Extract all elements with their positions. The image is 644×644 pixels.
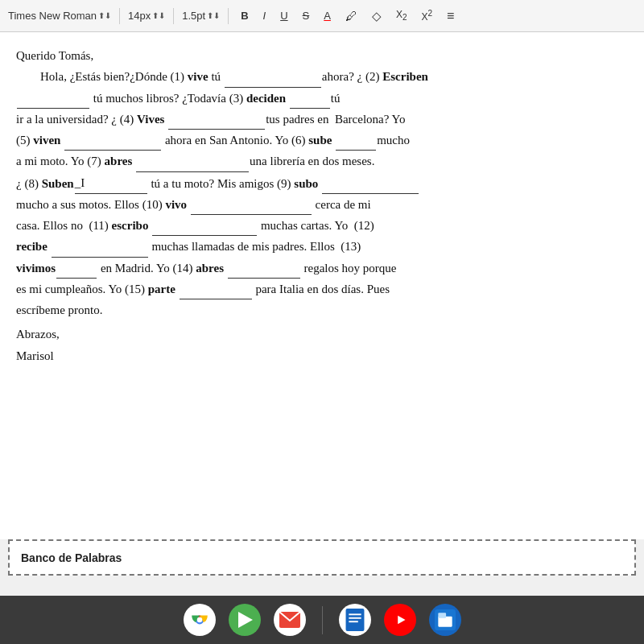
paragraph-10: vivimos en Madrid. Yo (14) abres regalos… — [16, 258, 628, 279]
svg-rect-6 — [349, 613, 361, 615]
word-6: sube — [308, 134, 332, 147]
taskbar-divider — [322, 606, 323, 634]
blank-8[interactable]: _I — [75, 172, 147, 194]
word-11: escribo — [112, 219, 149, 232]
svg-marker-2 — [238, 612, 253, 628]
letter-body: Querido Tomás, Hola, ¿Estás bien?¿Dónde … — [16, 45, 628, 366]
closing: Abrazos, — [16, 324, 628, 345]
paragraph-9: recibe muchas llamadas de mis padres. El… — [16, 236, 628, 257]
chrome-icon[interactable] — [184, 604, 216, 636]
word-1: vive — [188, 70, 208, 83]
word-9: subo — [294, 177, 318, 190]
paragraph-8: casa. Ellos no (11) escribo muchas carta… — [16, 215, 628, 236]
separator-3 — [228, 8, 229, 24]
word-4: Vives — [137, 113, 164, 126]
banco-de-palabras: Banco de Palabras — [8, 539, 636, 576]
paragraph-6: ¿ (8) Suben_I tú a tu moto? Mis amigos (… — [16, 172, 628, 194]
separator-2 — [173, 8, 174, 24]
word-10: vivo — [165, 198, 187, 211]
taskbar — [0, 596, 644, 644]
font-family-chevron-icon: ⬆⬇ — [98, 11, 111, 20]
paragraph-7: mucho a sus motos. Ellos (10) vivo cerca… — [16, 194, 628, 215]
greeting: Querido Tomás, — [16, 45, 628, 66]
svg-rect-5 — [345, 609, 364, 631]
font-size-label: 14px — [128, 10, 151, 22]
signature: Marisol — [16, 345, 628, 366]
svg-point-1 — [196, 617, 202, 623]
word-8: Suben — [42, 177, 74, 190]
svg-rect-8 — [349, 621, 357, 622]
banco-label: Banco de Palabras — [21, 551, 122, 564]
toolbar: Times New Roman ⬆⬇ 14px ⬆⬇ 1.5pt ⬆⬇ B I … — [0, 0, 644, 32]
document-content: Querido Tomás, Hola, ¿Estás bien?¿Dónde … — [0, 32, 644, 539]
word-14: abres — [196, 262, 224, 275]
subscript-button[interactable]: X2 — [392, 7, 411, 23]
blank-15[interactable] — [180, 299, 252, 299]
paragraph-11: es mi cumpleaños. Yo (15) parte para Ita… — [16, 279, 628, 299]
underline-button[interactable]: U — [276, 8, 291, 23]
word-5: viven — [33, 134, 60, 147]
paragraph-2: tú muchos libros? ¿Todavía (3) deciden t… — [16, 88, 628, 109]
word-15: parte — [148, 283, 175, 295]
font-size-chevron-icon: ⬆⬇ — [152, 11, 165, 20]
paragraph-1: Hola, ¿Estás bien?¿Dónde (1) vive tú aho… — [40, 66, 628, 87]
play-store-icon[interactable] — [229, 604, 261, 636]
word-7: abres — [105, 155, 133, 167]
superscript-button[interactable]: X2 — [418, 7, 437, 24]
paragraph-12: escríbeme pronto. — [16, 299, 628, 320]
line-spacing-chevron-icon: ⬆⬇ — [207, 11, 220, 20]
docs-icon[interactable] — [339, 604, 371, 636]
word-3: deciden — [246, 92, 286, 105]
paragraph-5: a mi moto. Yo (7) abres una librería en … — [16, 151, 628, 171]
word-2: Escriben — [382, 70, 428, 83]
word-13: vivimos — [16, 262, 56, 275]
files-icon[interactable] — [429, 604, 461, 636]
bold-button[interactable]: B — [237, 8, 252, 23]
line-spacing-label: 1.5pt — [182, 10, 205, 22]
italic-button[interactable]: I — [259, 8, 270, 23]
strikethrough-button[interactable]: S — [299, 8, 314, 23]
gmail-icon[interactable] — [274, 604, 306, 636]
youtube-icon[interactable] — [384, 604, 416, 636]
paragraph-3: ir a la universidad? ¿ (4) Vives tus pad… — [16, 109, 628, 130]
font-size-selector[interactable]: 14px ⬆⬇ — [128, 10, 165, 22]
line-spacing-selector[interactable]: 1.5pt ⬆⬇ — [182, 10, 220, 22]
paragraph-4: (5) viven ahora en San Antonio. Yo (6) s… — [16, 130, 628, 151]
diamond-button[interactable]: ◇ — [368, 7, 386, 25]
svg-rect-13 — [438, 613, 446, 618]
word-12: recibe — [16, 240, 47, 253]
list-button[interactable]: ≡ — [443, 7, 458, 25]
svg-rect-7 — [349, 617, 361, 619]
font-color-button[interactable]: A — [320, 8, 335, 23]
font-name-label: Times New Roman — [8, 10, 97, 22]
separator-1 — [119, 8, 120, 24]
highlight-button[interactable]: 🖊 — [341, 7, 361, 24]
font-family-selector[interactable]: Times New Roman ⬆⬇ — [8, 10, 111, 22]
